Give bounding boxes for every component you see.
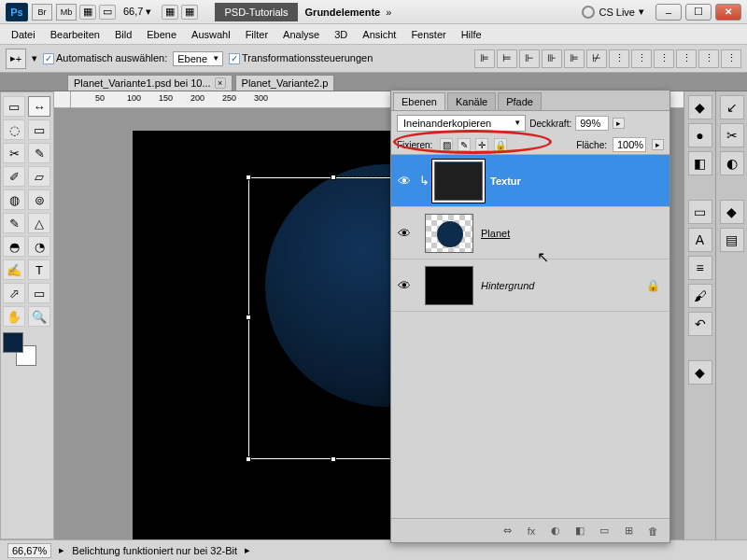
tool[interactable]: ✎ — [3, 213, 25, 233]
visibility-icon[interactable]: 👁 — [391, 174, 417, 189]
zoom-tool[interactable]: 🔍 — [28, 306, 50, 327]
panel-icon[interactable]: ▤ — [720, 228, 744, 252]
layer-name[interactable]: Planet — [481, 228, 510, 239]
tool[interactable]: ✂ — [3, 143, 25, 163]
tool[interactable]: ⊚ — [28, 189, 50, 210]
panel-icon[interactable]: ◆ — [720, 200, 744, 224]
tab-pfade[interactable]: Pfade — [498, 92, 542, 110]
tool[interactable]: ✎ — [28, 143, 50, 163]
new-layer-icon[interactable]: ⊞ — [619, 523, 638, 539]
align-icon[interactable]: ⊪ — [542, 49, 562, 68]
panel-icon[interactable]: ≡ — [688, 256, 712, 280]
menu-bild[interactable]: Bild — [107, 29, 139, 40]
menu-bearbeiten[interactable]: Bearbeiten — [43, 29, 107, 40]
document-tab[interactable]: Planet_Variante2.p — [235, 75, 335, 91]
toolbar-btn[interactable]: ▦ — [162, 5, 178, 20]
align-icon[interactable]: ⊩ — [519, 49, 540, 68]
mask-icon[interactable]: ◐ — [546, 523, 565, 539]
auto-select-dropdown[interactable]: Ebene — [173, 51, 223, 66]
panel-icon[interactable]: A — [688, 228, 712, 252]
panel-icon[interactable]: 🖌 — [688, 284, 712, 308]
blend-mode-dropdown[interactable]: Ineinanderkopieren — [397, 115, 526, 132]
tool[interactable]: ▭ — [3, 96, 25, 117]
adjustment-icon[interactable]: ◧ — [571, 523, 589, 539]
toolbar-btn[interactable]: ▭ — [99, 5, 116, 20]
layer-name[interactable]: Textur — [490, 175, 521, 187]
menu-datei[interactable]: Datei — [4, 29, 43, 40]
panel-icon[interactable]: ↶ — [688, 312, 712, 336]
toolbar-btn[interactable]: ▦ — [181, 5, 198, 20]
layer-thumbnail[interactable] — [425, 266, 473, 305]
lock-transparency-icon[interactable]: ▨ — [440, 138, 453, 151]
workspace-name[interactable]: Grundelemente — [305, 7, 381, 18]
close-button[interactable]: ✕ — [715, 4, 741, 21]
panel-icon[interactable]: ✂ — [720, 123, 744, 147]
layer-thumbnail[interactable] — [425, 214, 473, 253]
panel-icon[interactable]: ● — [688, 123, 712, 147]
type-tool[interactable]: T — [28, 259, 50, 280]
menu-filter[interactable]: Filter — [238, 29, 275, 40]
menu-ansicht[interactable]: Ansicht — [355, 29, 403, 40]
tool[interactable]: ◔ — [28, 236, 50, 257]
menu-3d[interactable]: 3D — [327, 29, 355, 40]
minimize-button[interactable]: – — [655, 4, 682, 21]
foreground-swatch[interactable] — [3, 332, 23, 353]
menu-analyse[interactable]: Analyse — [275, 29, 327, 40]
maximize-button[interactable]: ☐ — [685, 4, 712, 21]
expand-icon[interactable]: ▸ — [245, 544, 250, 556]
opacity-stepper[interactable]: ▸ — [613, 118, 625, 129]
opacity-input[interactable]: 99% — [575, 116, 609, 131]
align-icon[interactable]: ⋮ — [654, 49, 674, 68]
layer-textur[interactable]: 👁 ↳ Textur — [391, 155, 669, 207]
color-swatches[interactable] — [3, 332, 36, 366]
tool[interactable]: ▭ — [28, 119, 50, 140]
menu-auswahl[interactable]: Auswahl — [184, 29, 238, 40]
group-icon[interactable]: ▭ — [595, 523, 613, 539]
tool[interactable]: ⬀ — [3, 283, 25, 303]
align-icon[interactable]: ⋮ — [676, 49, 697, 68]
layer-planet[interactable]: 👁 Planet — [391, 207, 669, 259]
align-icon[interactable]: ⊬ — [586, 49, 607, 68]
layer-name[interactable]: Hintergrund — [481, 280, 534, 291]
tool[interactable]: ◍ — [3, 189, 25, 210]
layer-hintergrund[interactable]: 👁 Hintergrund 🔒 — [391, 259, 669, 312]
expand-icon[interactable]: ▸ — [59, 544, 64, 556]
tool[interactable]: ◌ — [3, 119, 25, 140]
align-icon[interactable]: ⋮ — [609, 49, 629, 68]
panel-icon[interactable]: ◆ — [688, 95, 712, 119]
lock-position-icon[interactable]: ✛ — [475, 138, 488, 151]
workspace-psdtutorials[interactable]: PSD-Tutorials — [215, 3, 297, 21]
toolbar-btn[interactable]: ▦ — [79, 5, 96, 20]
lock-all-icon[interactable]: 🔒 — [494, 138, 507, 151]
zoom-status[interactable]: 66,67% — [7, 543, 51, 558]
trash-icon[interactable]: 🗑 — [643, 523, 662, 539]
align-icon[interactable]: ⊨ — [497, 49, 517, 68]
visibility-icon[interactable]: 👁 — [391, 278, 417, 293]
panel-icon[interactable]: ◆ — [688, 360, 712, 385]
menu-fenster[interactable]: Fenster — [403, 29, 453, 40]
panel-icon[interactable]: ▭ — [688, 200, 712, 224]
close-icon[interactable]: × — [215, 77, 226, 89]
chevron-icon[interactable]: » — [386, 7, 391, 18]
tool[interactable]: ✐ — [3, 166, 25, 187]
link-layers-icon[interactable]: ⇔ — [498, 523, 516, 539]
layer-thumbnail[interactable] — [434, 161, 483, 201]
minibridge-badge[interactable]: Mb — [56, 4, 77, 21]
hand-tool[interactable]: ✋ — [3, 306, 25, 327]
lock-pixels-icon[interactable]: ✎ — [458, 138, 471, 151]
cslive[interactable]: CS Live▾ — [582, 6, 644, 19]
align-icon[interactable]: ⋮ — [721, 49, 741, 68]
tool[interactable]: △ — [28, 213, 50, 233]
tab-ebenen[interactable]: Ebenen — [393, 92, 445, 110]
tool[interactable]: ◓ — [3, 236, 25, 257]
move-tool-icon[interactable]: ▸+ — [6, 49, 26, 69]
fx-icon[interactable]: fx — [522, 523, 541, 539]
tool[interactable]: ✍ — [3, 259, 25, 280]
align-icon[interactable]: ⊫ — [564, 49, 585, 68]
dropdown-arrow-icon[interactable]: ▾ — [32, 52, 37, 64]
menu-hilfe[interactable]: Hilfe — [454, 29, 489, 40]
tool[interactable]: ▭ — [28, 283, 50, 303]
visibility-icon[interactable]: 👁 — [391, 226, 417, 241]
panel-icon[interactable]: ↙ — [720, 95, 744, 119]
panel-icon[interactable]: ◧ — [688, 151, 712, 175]
